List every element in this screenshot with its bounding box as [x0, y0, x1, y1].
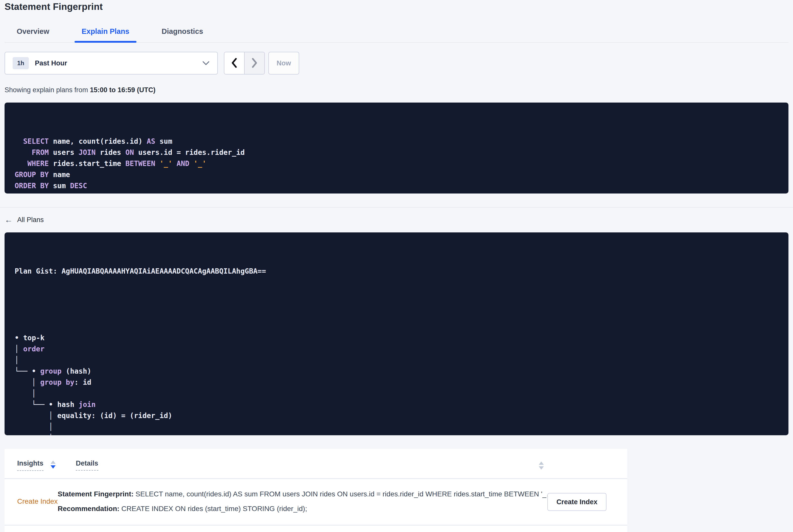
chevron-right-icon [250, 57, 259, 70]
all-plans-link[interactable]: ← All Plans [4, 214, 44, 225]
tab-diagnostics[interactable]: Diagnostics [155, 22, 210, 42]
plan-gist-block: Plan Gist: AgHUAQIABQAAAAHYAQIAiAEAAAADC… [4, 232, 789, 435]
column-header-insights[interactable]: Insights [17, 459, 76, 471]
time-range-badge: 1h [13, 57, 29, 69]
next-time-button[interactable] [244, 52, 264, 74]
insights-table-header: Insights Details [4, 449, 627, 479]
page-title: Statement Fingerprint [4, 0, 789, 12]
section-divider [0, 207, 793, 208]
chevron-left-icon [230, 57, 238, 70]
time-controls: 1h Past Hour Now [4, 52, 789, 75]
back-arrow-icon: ← [4, 216, 13, 224]
chevron-down-icon [202, 61, 210, 66]
sort-icon-insights[interactable] [51, 460, 56, 469]
sort-icon-details[interactable] [539, 461, 544, 470]
time-range-select[interactable]: 1h Past Hour [4, 52, 218, 75]
statement-fingerprint-detail: Statement Fingerprint: SELECT name, coun… [58, 490, 553, 498]
create-index-button[interactable]: Create Index [547, 493, 606, 511]
tab-bar: Overview Explain Plans Diagnostics [4, 22, 789, 43]
time-nav-group [224, 52, 265, 75]
statement-fingerprint-page: Statement Fingerprint Overview Explain P… [0, 0, 793, 532]
column-header-details[interactable]: Details [76, 459, 98, 467]
insight-create-index-link[interactable]: Create Index [17, 497, 58, 505]
all-plans-label: All Plans [17, 216, 44, 224]
now-button[interactable]: Now [268, 52, 299, 75]
tab-explain-plans[interactable]: Explain Plans [75, 22, 136, 42]
time-range-label: Past Hour [35, 59, 67, 67]
sql-statement-lines: SELECT name, count(rides.id) AS sum FROM… [15, 136, 778, 193]
tab-overview[interactable]: Overview [10, 22, 56, 42]
recommendation-detail: Recommendation: CREATE INDEX ON rides (s… [58, 505, 553, 513]
table-row: Create Index Statement Fingerprint: SELE… [4, 479, 627, 526]
time-range-value: 15:00 to 16:59 (UTC) [90, 86, 156, 94]
insights-table: Insights Details Create Index Statement [4, 449, 627, 532]
plan-tree: • top-k│ order│└── • group (hash) │ grou… [15, 332, 778, 435]
sql-statement-block: SELECT name, count(rides.id) AS sum FROM… [4, 102, 789, 193]
prev-time-button[interactable] [224, 52, 244, 74]
plan-gist-line: Plan Gist: AgHUAQIABQAAAAHYAQIAiAEAAAADC… [15, 266, 778, 277]
showing-explain-plans-text: Showing explain plans from 15:00 to 16:5… [4, 86, 789, 94]
